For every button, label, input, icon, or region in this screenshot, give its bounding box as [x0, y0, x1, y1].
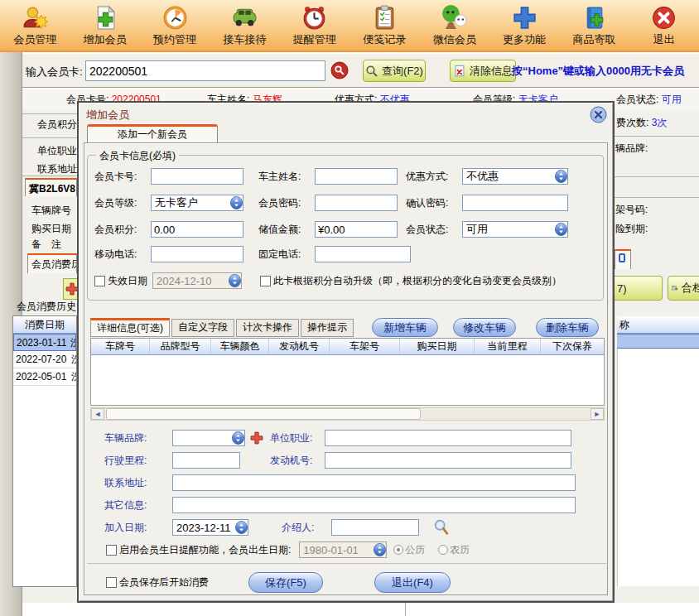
brand-field-label: 车辆品牌:: [104, 431, 161, 445]
col-color[interactable]: 车辆颜色: [211, 339, 269, 354]
query-button[interactable]: 查询(F2): [363, 60, 426, 82]
toolbar-label: 便笺记录: [363, 32, 406, 47]
bg-history-row[interactable]: 2022-07-20洗: [13, 351, 76, 368]
spinner-icon[interactable]: [229, 274, 241, 287]
address-field-label: 联系地址:: [104, 476, 161, 490]
points-field[interactable]: [151, 221, 243, 238]
col-brand-model[interactable]: 品牌型号: [150, 339, 211, 354]
bg-history-row[interactable]: 2023-01-11洗: [13, 334, 76, 351]
referrer-field[interactable]: [331, 519, 419, 536]
mileage-field[interactable]: [172, 452, 240, 469]
auto-upgrade-checkbox[interactable]: [260, 276, 271, 286]
reservation-clock-icon: [161, 4, 189, 31]
level-select[interactable]: 无卡客户: [151, 195, 243, 211]
bg-plate-tab[interactable]: 冀B2L6V8: [25, 178, 77, 196]
dialog-close-button[interactable]: [590, 106, 607, 123]
col-next-maintain[interactable]: 下次保养: [541, 339, 604, 354]
toolbar-wechat-member[interactable]: 微信会员: [419, 0, 489, 51]
exit-dialog-button[interactable]: 退出(F4): [374, 572, 451, 593]
clear-info-button[interactable]: 清除信息: [450, 60, 516, 82]
spinner-icon[interactable]: [232, 431, 244, 445]
expire-date-checkbox[interactable]: [94, 276, 105, 286]
confirm-field[interactable]: [462, 195, 568, 211]
add-brand-icon[interactable]: [250, 431, 263, 445]
card-no-field[interactable]: [151, 168, 243, 185]
toolbar-reservation[interactable]: 预约管理: [140, 0, 210, 51]
lunar-calendar-radio[interactable]: [438, 545, 448, 555]
owner-field[interactable]: [315, 168, 398, 185]
bg-add-button-fragment[interactable]: [63, 278, 77, 300]
col-buy-date[interactable]: 购买日期: [400, 339, 475, 354]
toolbar-more-functions[interactable]: 更多功能: [489, 0, 559, 51]
toolbar-goods-pickup[interactable]: 商品寄取: [559, 0, 629, 51]
spinner-icon[interactable]: [555, 170, 567, 183]
join-date-select[interactable]: 2023-12-11: [172, 519, 248, 536]
toolbar-notes[interactable]: 便笺记录: [350, 0, 419, 51]
scroll-thumb[interactable]: [106, 408, 421, 420]
password-field[interactable]: [315, 195, 398, 211]
spinner-icon[interactable]: [230, 196, 243, 209]
other-info-field[interactable]: [172, 497, 576, 513]
discount-select[interactable]: 不优惠: [462, 168, 568, 185]
spinner-icon[interactable]: [374, 543, 386, 556]
spinner-icon[interactable]: [555, 223, 567, 236]
bg-merge-button-fragment[interactable]: 合档: [668, 276, 699, 301]
tab-add-new-member[interactable]: 添加一个新会员: [87, 124, 218, 143]
toolbar-reminder[interactable]: 提醒管理: [280, 0, 350, 51]
col-plate[interactable]: 车牌号: [91, 339, 150, 354]
quick-search-button[interactable]: [330, 61, 349, 79]
col-frame[interactable]: 车架号: [330, 339, 400, 354]
bg-brand-label: 辆品牌:: [615, 142, 648, 156]
bg-name-column-header[interactable]: 称: [617, 316, 699, 334]
tab-custom-fields[interactable]: 自定义字段: [171, 319, 234, 337]
tab-detail-info[interactable]: 详细信息(可选): [90, 318, 170, 337]
edit-vehicle-button[interactable]: 修改车辆: [453, 318, 516, 337]
bg-selected-row-fragment[interactable]: [617, 334, 699, 349]
toolbar-exit[interactable]: 退出: [629, 0, 699, 51]
bg-f7-button-fragment[interactable]: 7): [615, 276, 663, 301]
toolbar-member-manage[interactable]: 会员管理: [0, 0, 70, 51]
phone-field[interactable]: [315, 246, 411, 262]
balance-field-label: 储值金额:: [258, 223, 315, 237]
tab-tips[interactable]: 操作提示: [301, 319, 354, 337]
bg-history-tab[interactable]: 会员消费历史: [27, 253, 77, 273]
delete-vehicle-button[interactable]: 删除车辆: [536, 318, 599, 337]
search-icon: [365, 65, 378, 78]
other-info-field-label: 其它信息:: [104, 498, 161, 513]
toolbar-add-member[interactable]: 增加会员: [70, 0, 139, 51]
vehicle-table-body: [91, 355, 604, 405]
birthday-date-select[interactable]: 1980-01-01: [299, 541, 387, 558]
toolbar-car-reception[interactable]: 接车接待: [210, 0, 279, 51]
toolbar-label: 微信会员: [433, 32, 476, 47]
scroll-right-arrow[interactable]: ►: [591, 408, 604, 420]
col-engine[interactable]: 发动机号: [269, 339, 330, 354]
vehicle-table-header: 车牌号 品牌型号 车辆颜色 发动机号 车架号 购买日期 当前里程 下次保养: [91, 339, 604, 355]
status-select[interactable]: 可用: [462, 221, 568, 238]
table-hscrollbar[interactable]: ◄ ►: [90, 407, 605, 421]
spinner-icon[interactable]: [235, 521, 248, 534]
address-field[interactable]: [172, 474, 576, 491]
balance-field[interactable]: [315, 221, 398, 238]
card-number-input[interactable]: [85, 60, 325, 81]
unit-field[interactable]: [325, 430, 571, 446]
save-button[interactable]: 保存(F5): [248, 572, 323, 593]
expire-date-select[interactable]: 2024-12-10: [152, 272, 242, 289]
clear-doc-icon: [453, 65, 466, 78]
engine-field[interactable]: [325, 452, 571, 469]
mobile-field-label: 移动电话:: [94, 248, 151, 262]
solar-calendar-radio[interactable]: [393, 545, 403, 555]
referrer-search-icon[interactable]: [432, 518, 451, 537]
bg-tab-fragment[interactable]: [615, 249, 631, 269]
birthday-reminder-checkbox[interactable]: [106, 545, 117, 556]
brand-select[interactable]: [172, 430, 245, 446]
tab-count-card[interactable]: 计次卡操作: [236, 319, 299, 337]
col-mileage[interactable]: 当前里程: [475, 339, 541, 354]
consume-after-save-checkbox[interactable]: [106, 577, 117, 588]
scroll-left-arrow[interactable]: ◄: [91, 408, 104, 420]
bg-history-row[interactable]: 2022-05-01洗: [13, 368, 76, 386]
mobile-field[interactable]: [151, 246, 243, 262]
groupbox-title: 会员卡信息(必填): [96, 149, 179, 163]
main-toolbar: 会员管理 增加会员 预约管理 接车接待 提醒管理 便笺记录 微信会员 更多功能: [0, 0, 699, 52]
add-vehicle-button[interactable]: 新增车辆: [372, 318, 438, 337]
bg-date-column-header[interactable]: 消费日期: [13, 316, 76, 334]
